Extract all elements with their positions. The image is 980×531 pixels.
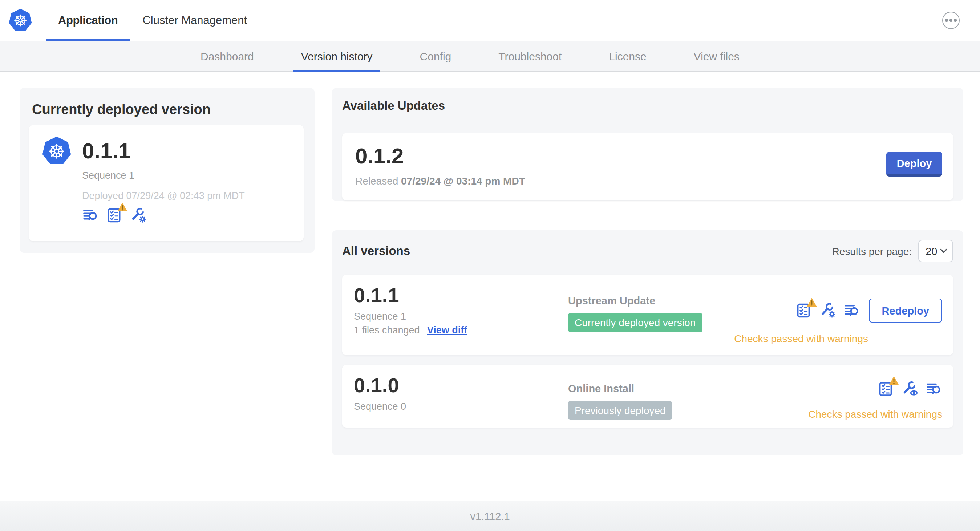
current-version-sequence: Sequence 1 xyxy=(82,170,291,181)
subnav-item-license[interactable]: License xyxy=(601,41,654,71)
version-row-0-1-0: 0.1.0 Sequence 0 Online Install Previous… xyxy=(342,365,953,428)
row-sequence: Sequence 1 xyxy=(354,311,467,322)
preflight-checks-warning-icon[interactable] xyxy=(795,302,812,319)
warning-triangle-icon xyxy=(806,297,817,307)
kubernetes-logo-icon: ☸ xyxy=(9,9,32,32)
currently-deployed-panel: Currently deployed version ☸ 0.1.1 Seque… xyxy=(20,88,315,253)
currently-deployed-title: Currently deployed version xyxy=(20,88,315,125)
update-version-number: 0.1.2 xyxy=(355,133,953,169)
results-per-page-label: Results per page: xyxy=(832,245,912,257)
subnav-item-view-files[interactable]: View files xyxy=(687,41,747,71)
subnav-item-troubleshoot[interactable]: Troubleshoot xyxy=(491,41,569,71)
deploy-button[interactable]: Deploy xyxy=(886,152,942,176)
results-per-page-select[interactable]: 20 xyxy=(918,240,953,262)
config-gear-icon[interactable] xyxy=(819,302,836,319)
current-version-deployed-timestamp: Deployed 07/29/24 @ 02:43 pm MDT xyxy=(82,190,291,201)
top-header: ☸ Application Cluster Management xyxy=(0,0,980,41)
warning-triangle-icon xyxy=(117,202,128,212)
warning-triangle-icon xyxy=(888,375,899,386)
redeploy-button[interactable]: Redeploy xyxy=(869,299,942,323)
tab-application[interactable]: Application xyxy=(46,0,130,41)
config-view-icon[interactable] xyxy=(902,381,918,397)
chevron-down-icon xyxy=(940,248,947,253)
all-versions-title: All versions xyxy=(342,244,832,258)
ellipsis-icon xyxy=(945,19,948,22)
version-row-0-1-1: 0.1.1 Sequence 1 1 files changedView dif… xyxy=(342,275,953,355)
app-subnav: Dashboard Version history Config Trouble… xyxy=(0,41,980,72)
app-icon: ☸ xyxy=(42,137,71,165)
preflight-checks-warning-icon[interactable] xyxy=(878,381,894,397)
config-gear-icon[interactable] xyxy=(130,207,147,224)
release-notes-icon[interactable] xyxy=(843,302,860,319)
view-diff-link[interactable]: View diff xyxy=(427,325,468,335)
all-versions-panel: All versions Results per page: 20 0.1.1 … xyxy=(332,230,963,455)
more-menu-button[interactable] xyxy=(942,12,960,29)
previously-deployed-badge: Previously deployed xyxy=(568,401,672,420)
update-released-timestamp: Released 07/29/24 @ 03:14 pm MDT xyxy=(355,175,953,187)
app-footer: v1.112.1 xyxy=(0,501,980,531)
currently-deployed-card: ☸ 0.1.1 Sequence 1 Deployed 07/29/24 @ 0… xyxy=(29,125,304,241)
row-version-number: 0.1.1 xyxy=(354,284,467,307)
subnav-item-config[interactable]: Config xyxy=(413,41,459,71)
current-version-number: 0.1.1 xyxy=(82,139,130,164)
release-notes-icon[interactable] xyxy=(82,207,99,224)
tab-cluster-management[interactable]: Cluster Management xyxy=(130,0,259,41)
row-source-label: Online Install xyxy=(568,383,672,394)
row-version-number: 0.1.0 xyxy=(354,374,406,397)
available-updates-title: Available Updates xyxy=(332,88,963,113)
subnav-item-version-history[interactable]: Version history xyxy=(294,41,380,71)
preflight-status-text: Checks passed with warnings xyxy=(808,408,942,420)
release-notes-icon[interactable] xyxy=(926,381,942,397)
available-update-row: 0.1.2 Released 07/29/24 @ 03:14 pm MDT D… xyxy=(342,133,953,200)
preflight-checks-warning-icon[interactable] xyxy=(106,207,123,224)
row-source-label: Upstream Update xyxy=(568,295,702,307)
console-version: v1.112.1 xyxy=(470,510,510,522)
currently-deployed-badge: Currently deployed version xyxy=(568,313,702,332)
row-files-changed: 1 files changedView diff xyxy=(354,325,467,335)
available-updates-panel: Available Updates 0.1.2 Released 07/29/2… xyxy=(332,88,963,201)
row-sequence: Sequence 0 xyxy=(354,401,406,412)
preflight-status-text: Checks passed with warnings xyxy=(734,333,868,344)
top-tabs: Application Cluster Management xyxy=(46,0,259,41)
app-root: ☸ Application Cluster Management Dashboa… xyxy=(0,0,980,531)
subnav-item-dashboard[interactable]: Dashboard xyxy=(193,41,261,71)
